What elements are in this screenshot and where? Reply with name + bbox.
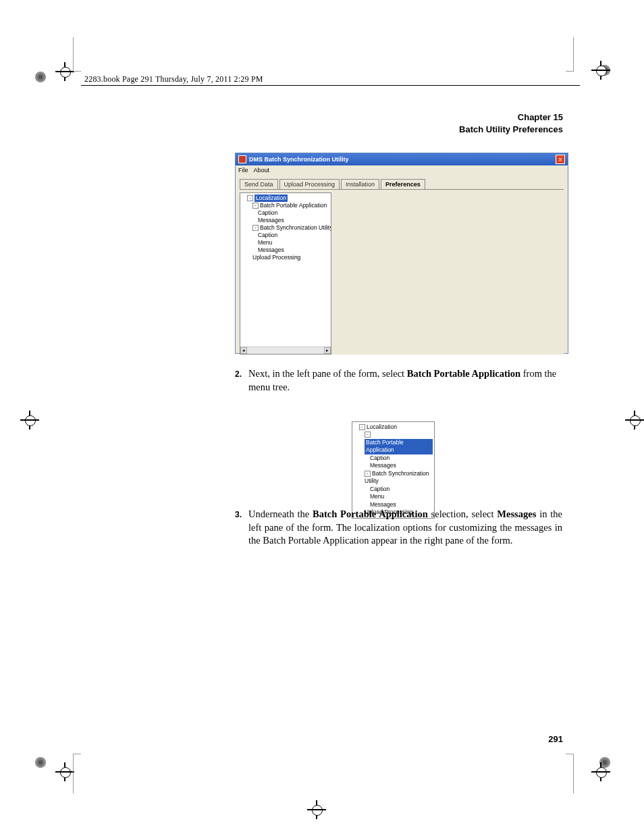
mini-tree: -Localization -Batch Portable Applicatio… <box>352 421 435 519</box>
mini-bpa[interactable]: -Batch Portable Application Caption Mess… <box>365 431 433 469</box>
tab-upload-processing[interactable]: Upload Processing <box>279 179 340 189</box>
mini-localization[interactable]: -Localization -Batch Portable Applicatio… <box>359 423 433 517</box>
tabs: Send Data Upload Processing Installation… <box>240 179 564 189</box>
titlebar: DMS Batch Synchronization Utility × <box>236 153 568 165</box>
tree-pane: -Localization -Batch Portable Applicatio… <box>240 192 331 355</box>
app-window: DMS Batch Synchronization Utility × File… <box>235 153 568 354</box>
scroll-left-icon[interactable]: ◂ <box>240 347 247 354</box>
step-number: 2. <box>235 367 248 394</box>
content-area: -Localization -Batch Portable Applicatio… <box>240 189 564 355</box>
scroll-right-icon[interactable]: ▸ <box>324 347 331 354</box>
mini-bsu[interactable]: -Batch Synchronization Utility Caption M… <box>365 470 433 509</box>
tab-installation[interactable]: Installation <box>341 179 379 189</box>
mini-caption[interactable]: Caption <box>370 454 433 462</box>
chapter-header: Chapter 15 Batch Utility Preferences <box>459 111 563 135</box>
tree-bsu-messages[interactable]: Messages <box>258 246 329 254</box>
mini-bsu-caption[interactable]: Caption <box>370 486 433 493</box>
close-icon[interactable]: × <box>556 155 565 164</box>
step-number: 3. <box>235 508 248 548</box>
step-text: Underneath the Batch Portable Applicatio… <box>248 508 562 548</box>
mini-messages[interactable]: Messages <box>370 462 433 469</box>
h-scrollbar[interactable]: ◂ ▸ <box>240 346 331 354</box>
tab-send-data[interactable]: Send Data <box>240 179 278 189</box>
tree-bpa-caption[interactable]: Caption <box>258 209 329 217</box>
tab-preferences[interactable]: Preferences <box>381 179 425 189</box>
tree-bsu-menu[interactable]: Menu <box>258 239 329 246</box>
tree-bsu-caption[interactable]: Caption <box>258 232 329 239</box>
header-rule <box>81 85 580 86</box>
menu-about[interactable]: About <box>254 167 270 174</box>
app-icon <box>238 155 246 163</box>
tree-bsu[interactable]: -Batch Synchronization Utility Caption M… <box>252 224 329 254</box>
page-number: 291 <box>548 734 563 744</box>
menubar: File About <box>236 165 568 175</box>
mini-bsu-menu[interactable]: Menu <box>370 493 433 500</box>
book-header: 2283.book Page 291 Thursday, July 7, 201… <box>84 74 263 84</box>
step-3: 3. Underneath the Batch Portable Applica… <box>235 508 562 548</box>
chapter-title: Batch Utility Preferences <box>459 124 563 136</box>
tree-localization[interactable]: -Localization -Batch Portable Applicatio… <box>247 194 329 261</box>
step-text: Next, in the left pane of the form, sele… <box>248 367 562 394</box>
tree-upload[interactable]: Upload Processing <box>252 254 329 261</box>
window-title: DMS Batch Synchronization Utility <box>249 156 349 163</box>
step-2: 2. Next, in the left pane of the form, s… <box>235 367 562 394</box>
chapter-number: Chapter 15 <box>459 111 563 124</box>
menu-file[interactable]: File <box>238 167 248 174</box>
tree-bpa[interactable]: -Batch Portable Application Caption Mess… <box>252 202 329 224</box>
tree-bpa-messages[interactable]: Messages <box>258 217 329 224</box>
